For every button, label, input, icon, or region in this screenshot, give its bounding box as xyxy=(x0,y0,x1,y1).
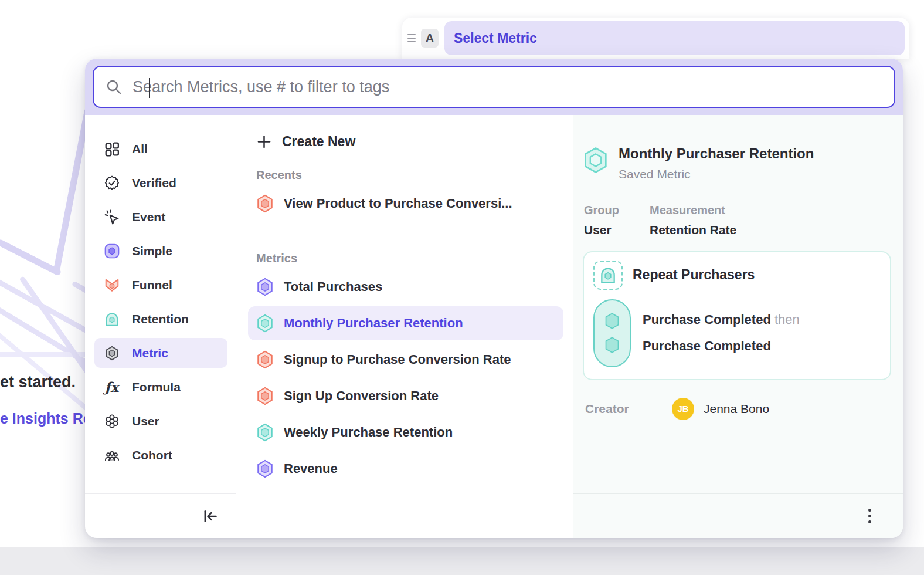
sidebar-item-verified[interactable]: Verified xyxy=(94,168,227,198)
creator-row: Creator JB Jenna Bono xyxy=(585,398,891,420)
sidebar-item-label: Verified xyxy=(132,176,176,190)
metrics-heading: Metrics xyxy=(256,252,563,265)
search-icon xyxy=(106,79,122,95)
sidebar-item-event[interactable]: Event xyxy=(94,202,227,232)
sidebar-item-formula[interactable]: ƒx Formula xyxy=(94,372,227,402)
more-options-icon[interactable] xyxy=(865,505,875,527)
sidebar-item-all[interactable]: All xyxy=(94,134,227,164)
teal-metric-icon xyxy=(256,314,274,333)
metric-picker-dropdown: All Verified xyxy=(85,59,903,538)
sidebar-item-funnel[interactable]: Funnel xyxy=(94,270,227,300)
metric-row-card: A Select Metric xyxy=(402,18,909,59)
sidebar-item-simple[interactable]: Simple xyxy=(94,236,227,266)
metric-item-revenue[interactable]: Revenue xyxy=(248,452,563,486)
definition-step: Purchase Completed then xyxy=(643,312,800,327)
search-box[interactable] xyxy=(93,66,895,108)
details-properties: Group User Measurement Retention Rate xyxy=(584,204,891,237)
cursor-click-icon xyxy=(104,209,120,225)
creator-label: Creator xyxy=(585,402,672,416)
metric-item-label: Monthly Purchaser Retention xyxy=(284,316,463,331)
sidebar-item-label: Retention xyxy=(132,312,189,326)
property-label: Group xyxy=(584,204,637,217)
teal-metric-icon xyxy=(256,423,274,442)
metric-item-label: Signup to Purchase Conversion Rate xyxy=(284,352,511,367)
metric-item-label: Revenue xyxy=(284,461,338,476)
sidebar-item-label: Event xyxy=(132,210,165,224)
retention-definition-icon xyxy=(593,261,623,290)
sidebar-footer xyxy=(85,493,236,538)
details-title: Monthly Purchaser Retention xyxy=(619,146,814,163)
metric-item-total-purchases[interactable]: Total Purchases xyxy=(248,270,563,304)
background-bottom-band xyxy=(0,547,924,575)
property-value: User xyxy=(584,223,637,237)
event-capsule xyxy=(593,299,631,367)
background-column-divider xyxy=(386,0,386,65)
metric-item-label: Weekly Purchase Retention xyxy=(284,425,453,440)
sidebar-item-user[interactable]: User xyxy=(94,406,227,436)
search-section xyxy=(85,59,903,115)
metric-item-signup-to-purchase[interactable]: Signup to Purchase Conversion Rate xyxy=(248,343,563,377)
plus-icon xyxy=(256,134,272,150)
sidebar-item-metric[interactable]: Metric xyxy=(94,338,227,368)
formula-fx-icon: ƒx xyxy=(104,379,120,395)
create-new-label: Create New xyxy=(282,134,355,150)
drag-handle-icon[interactable] xyxy=(405,34,419,42)
property-value: Retention Rate xyxy=(650,223,736,237)
saved-metric-hexagon-icon xyxy=(583,147,609,174)
sidebar-item-label: All xyxy=(132,142,148,156)
sidebar-item-label: User xyxy=(132,414,159,428)
retention-arch-icon xyxy=(104,311,120,327)
simple-hexagon-icon xyxy=(104,243,120,259)
property-label: Measurement xyxy=(650,204,736,217)
metric-details-panel: Monthly Purchaser Retention Saved Metric… xyxy=(573,115,903,538)
text-caret xyxy=(149,78,150,98)
salmon-metric-icon xyxy=(256,387,274,405)
cohort-people-icon xyxy=(104,447,120,463)
chart-illustration-line xyxy=(0,239,62,276)
background-headline-fragment: et started. xyxy=(0,373,76,391)
metric-item-weekly-purchase-retention[interactable]: Weekly Purchase Retention xyxy=(248,415,563,449)
metric-item-label: Total Purchases xyxy=(284,279,382,295)
search-input[interactable] xyxy=(133,78,882,96)
collapse-left-icon[interactable] xyxy=(202,508,218,525)
user-cluster-icon xyxy=(104,413,120,429)
funnel-hexagon-icon xyxy=(104,277,120,293)
category-sidebar: All Verified xyxy=(85,115,236,538)
sidebar-item-retention[interactable]: Retention xyxy=(94,304,227,334)
event-hexagon-icon xyxy=(603,336,621,354)
salmon-metric-icon xyxy=(256,350,274,369)
metric-item-monthly-purchaser-retention[interactable]: Monthly Purchaser Retention xyxy=(248,306,563,340)
definition-step: Purchase Completed xyxy=(643,339,800,354)
creator-name: Jenna Bono xyxy=(704,402,769,416)
metric-list: Create New Recents View Product to Purch… xyxy=(236,115,573,538)
metric-item-sign-up-conversion[interactable]: Sign Up Conversion Rate xyxy=(248,379,563,413)
sidebar-item-label: Funnel xyxy=(132,278,172,292)
recent-metric-item[interactable]: View Product to Purchase Conversi... xyxy=(248,187,563,221)
definition-card: Repeat Purchasers xyxy=(583,251,891,380)
definition-name: Repeat Purchasers xyxy=(633,267,755,283)
list-divider xyxy=(248,234,563,234)
sidebar-item-label: Metric xyxy=(132,346,168,360)
sidebar-item-cohort[interactable]: Cohort xyxy=(94,440,227,470)
sidebar-item-label: Formula xyxy=(132,380,181,394)
insights-report-link-fragment[interactable]: e Insights Re xyxy=(0,410,91,427)
metric-item-label: View Product to Purchase Conversi... xyxy=(284,196,512,211)
event-hexagon-icon xyxy=(603,312,621,330)
grid-icon xyxy=(104,141,120,157)
details-subtitle: Saved Metric xyxy=(619,167,814,181)
recents-heading: Recents xyxy=(256,168,563,182)
purple-metric-icon xyxy=(256,459,274,478)
sidebar-item-label: Cohort xyxy=(132,448,172,462)
create-new-button[interactable]: Create New xyxy=(248,133,563,151)
verified-badge-icon xyxy=(104,175,120,191)
select-metric-button[interactable]: Select Metric xyxy=(444,21,905,55)
series-letter-chip[interactable]: A xyxy=(421,29,439,48)
funnel-metric-icon xyxy=(256,194,274,213)
creator-avatar: JB xyxy=(672,398,694,420)
metric-hexagon-icon xyxy=(104,345,120,361)
sidebar-item-label: Simple xyxy=(132,244,172,258)
details-footer xyxy=(573,493,903,538)
metric-item-label: Sign Up Conversion Rate xyxy=(284,388,439,404)
purple-metric-icon xyxy=(256,278,274,296)
